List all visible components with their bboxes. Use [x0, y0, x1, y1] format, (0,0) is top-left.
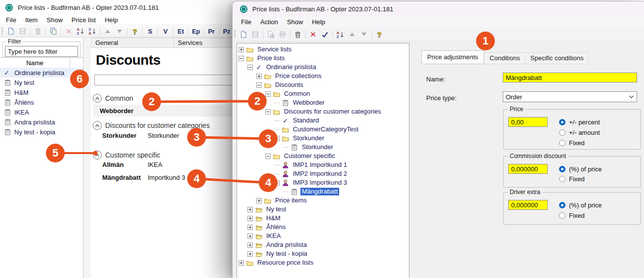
collapse-chevron-icon[interactable]	[93, 121, 102, 130]
tree-item[interactable]: ✓Standard	[237, 116, 409, 125]
tree-item[interactable]: Price lists	[237, 54, 409, 63]
tree-item[interactable]: IKEA	[237, 232, 409, 240]
tree-item[interactable]: Discounts	[237, 80, 409, 89]
list-item-ahlens[interactable]: Åhléns	[0, 97, 83, 107]
toolbar-grip[interactable]	[1, 27, 3, 35]
price-type-select[interactable]: Order	[503, 91, 637, 102]
radio-option-fixed[interactable]: Fixed	[559, 212, 585, 219]
sort-az-button[interactable]	[334, 29, 346, 40]
radio-checked-icon[interactable]	[559, 202, 565, 208]
tree-item[interactable]: Resource price lists	[237, 258, 409, 267]
new-document-button[interactable]	[238, 29, 249, 40]
plus-box-icon[interactable]	[239, 260, 244, 266]
discount-row-mangdrabatt[interactable]: Mängdrabatt Importkund 3	[102, 173, 185, 181]
toolbar-button-v[interactable]: V	[160, 26, 171, 37]
delete-button[interactable]	[292, 29, 304, 40]
menu-show[interactable]: Show	[282, 17, 308, 27]
tree-item[interactable]: Ny test - kopia	[237, 249, 409, 258]
title-bar[interactable]: Price lists - Budfirman AB - Opter 2023.…	[233, 1, 644, 16]
radio-option-percent-of-price[interactable]: (%) of price	[559, 201, 602, 208]
tree-item[interactable]: Ny test	[237, 205, 409, 214]
toolbar-button-s[interactable]: S	[144, 26, 156, 37]
cancel-button[interactable]: ✕	[307, 29, 319, 40]
minus-box-icon[interactable]	[265, 91, 271, 97]
tree-item[interactable]: ✓Ordinarie prislista	[237, 63, 409, 72]
toolbar-button-pr[interactable]: Pr	[205, 26, 217, 37]
toolbar-button-ep[interactable]: Ep	[190, 26, 202, 37]
plus-box-icon[interactable]	[256, 198, 262, 203]
tree-item[interactable]: IMP1 Importkund 1	[237, 160, 409, 169]
price-value-field[interactable]: 0,00	[508, 117, 548, 127]
radio-icon[interactable]	[559, 140, 565, 146]
radio-option-amount[interactable]: +/- amount	[559, 129, 600, 136]
plus-box-icon[interactable]	[247, 225, 253, 230]
minus-box-icon[interactable]	[247, 65, 253, 70]
print-preview-button[interactable]	[265, 29, 277, 40]
extra-column-header[interactable]	[70, 58, 83, 68]
radio-icon[interactable]	[559, 212, 565, 219]
menu-show[interactable]: Show	[42, 15, 67, 25]
delete-button[interactable]	[32, 26, 44, 37]
confirm-button[interactable]	[319, 29, 331, 40]
tree-item[interactable]: Andra prislista	[237, 240, 409, 249]
toolbar-grip[interactable]	[234, 31, 236, 39]
tab-specific-conditions[interactable]: Specific conditions	[525, 52, 589, 64]
menu-file[interactable]: File	[237, 17, 256, 27]
list-item-andra-prislista[interactable]: Andra prislista	[0, 117, 83, 127]
radio-option-percent[interactable]: +/- percent	[559, 119, 600, 125]
minus-box-icon[interactable]	[265, 109, 271, 115]
list-item-ikea[interactable]: IKEA	[0, 107, 83, 117]
menu-item[interactable]: Item	[21, 15, 42, 25]
radio-checked-icon[interactable]	[559, 119, 565, 125]
list-item-ny-test-kopia[interactable]: Ny test - kopia	[0, 127, 83, 137]
name-field[interactable]: Mängdrabatt	[503, 73, 637, 82]
collapse-chevron-icon[interactable]	[93, 151, 102, 159]
plus-box-icon[interactable]	[247, 251, 253, 257]
sort-az-button[interactable]	[75, 26, 86, 37]
move-up-button[interactable]	[102, 26, 114, 37]
plus-box-icon[interactable]	[247, 216, 253, 221]
move-down-button[interactable]	[114, 26, 125, 37]
list-item-hm[interactable]: H&M	[0, 87, 83, 97]
discount-row-storkunder[interactable]: Storkunder Storkunder	[102, 131, 179, 139]
save-button[interactable]	[17, 26, 29, 37]
tab-conditions[interactable]: Conditions	[484, 52, 525, 64]
sort-za-button[interactable]	[86, 26, 98, 37]
save-button[interactable]	[249, 29, 261, 40]
menu-help[interactable]: Help	[308, 17, 330, 27]
plus-box-icon[interactable]	[247, 242, 253, 248]
tree-item[interactable]: H&M	[237, 214, 409, 223]
tree-item[interactable]: Åhléns	[237, 223, 409, 232]
new-document-button[interactable]	[5, 26, 17, 37]
radio-option-percent-of-price[interactable]: (%) of price	[559, 165, 602, 172]
discount-row-allman[interactable]: Allmän IKEA	[102, 160, 162, 168]
menu-action[interactable]: Action	[256, 17, 282, 27]
list-header[interactable]: Name	[0, 57, 83, 68]
move-up-button[interactable]	[346, 29, 358, 40]
tree-item[interactable]: Price collections	[237, 72, 409, 80]
minus-box-icon[interactable]	[239, 56, 244, 61]
menu-file[interactable]: File	[1, 15, 21, 25]
help-button[interactable]: ?	[373, 29, 385, 40]
menu-price-list[interactable]: Price list	[67, 15, 100, 25]
radio-checked-icon[interactable]	[559, 166, 565, 172]
tree-item[interactable]: Customer specific	[237, 152, 409, 160]
tab-price-adjustments[interactable]: Price adjustments	[421, 50, 484, 64]
toolbar-button-et[interactable]: Et	[175, 26, 187, 37]
name-column-header[interactable]: Name	[0, 58, 70, 68]
minus-box-icon[interactable]	[256, 82, 262, 88]
move-down-button[interactable]	[358, 29, 370, 40]
collapse-chevron-icon[interactable]	[93, 94, 102, 103]
radio-option-fixed[interactable]: Fixed	[559, 175, 585, 182]
print-button[interactable]	[277, 29, 288, 40]
commission-value-field[interactable]: 0,000000	[508, 164, 548, 174]
tree-item[interactable]: Service lists	[237, 45, 409, 54]
radio-option-fixed[interactable]: Fixed	[559, 139, 585, 146]
tree-item[interactable]: Price items	[237, 196, 409, 205]
help-button[interactable]: ?	[129, 26, 141, 37]
tab-general[interactable]: General	[91, 38, 174, 48]
plus-box-icon[interactable]	[239, 47, 244, 52]
plus-box-icon[interactable]	[256, 74, 262, 79]
cancel-button[interactable]: ✕	[63, 26, 75, 37]
minus-box-icon[interactable]	[265, 154, 271, 159]
